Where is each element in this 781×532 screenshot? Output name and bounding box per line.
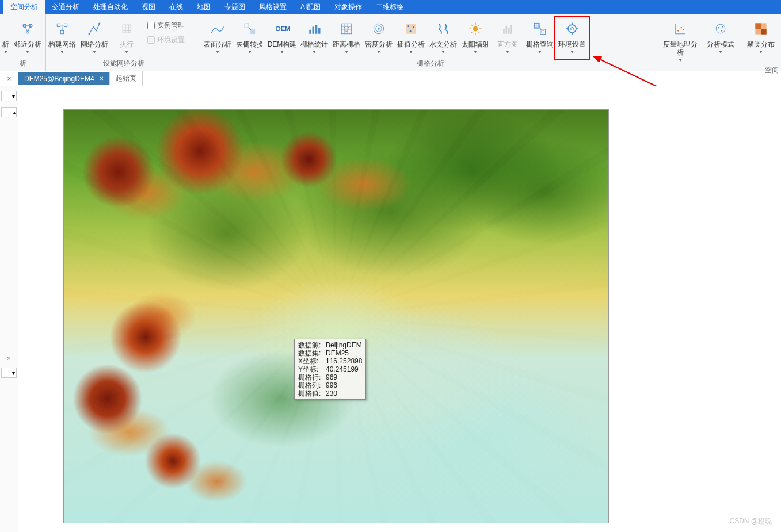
svg-rect-35 — [506, 26, 508, 34]
btn-surface-analysis[interactable]: 表面分析▾ — [201, 16, 234, 56]
svg-rect-9 — [245, 24, 249, 28]
map-viewport[interactable]: 数据源:BeijingDEM数据集:DEM25X坐标:116.252898Y坐标… — [18, 86, 781, 532]
menu-item-ai[interactable]: AI配图 — [294, 0, 327, 14]
left-panel-close-mid[interactable]: × — [0, 354, 18, 363]
info-row: 栅格列:996 — [298, 381, 362, 389]
menu-item-object[interactable]: 对象操作 — [327, 0, 369, 14]
left-panel-close-top[interactable]: × — [0, 75, 18, 83]
svg-rect-21 — [406, 24, 416, 34]
ribbon: 析 ▾ 邻近分析 ▾ 析 构建网络 ▾ 网络分析 ▾ — [0, 14, 781, 71]
svg-rect-12 — [309, 30, 311, 34]
group-label-4: 空间 — [660, 64, 781, 78]
left-spinner[interactable]: ▴ — [1, 107, 17, 117]
btn-raster-stats[interactable]: 栅格统计▾ — [298, 16, 330, 56]
svg-rect-56 — [761, 29, 767, 35]
svg-point-24 — [410, 30, 412, 32]
svg-line-31 — [478, 32, 479, 33]
info-row: Y坐标:40.245199 — [298, 365, 362, 373]
menu-item-thematic[interactable]: 专题图 — [218, 0, 252, 14]
histogram-icon — [498, 20, 517, 38]
tab-close-icon[interactable]: ✕ — [99, 75, 104, 82]
svg-point-48 — [680, 27, 682, 29]
menu-item-2d[interactable]: 二维标绘 — [369, 0, 410, 14]
svg-point-52 — [722, 26, 723, 28]
btn-solar-radiation[interactable]: 太阳辐射▾ — [459, 16, 492, 56]
info-row: 数据源:BeijingDEM — [298, 341, 362, 349]
svg-point-53 — [721, 30, 722, 32]
svg-rect-3 — [57, 24, 60, 26]
btn-env-settings[interactable]: 环境设置▾ — [556, 16, 588, 56]
svg-rect-37 — [510, 25, 512, 34]
menu-item-map[interactable]: 地图 — [190, 0, 218, 14]
raster-query-icon — [531, 20, 549, 38]
raster-stats-icon — [305, 20, 323, 38]
distance-raster-icon — [337, 20, 356, 38]
env-settings-icon — [563, 20, 581, 38]
btn-histogram: 直方图▾ — [492, 16, 524, 56]
svg-rect-36 — [508, 28, 510, 34]
svg-point-41 — [568, 25, 576, 33]
svg-rect-10 — [251, 30, 255, 34]
btn-proximity[interactable]: 邻近分析 ▾ — [12, 16, 44, 56]
info-row: 栅格值:230 — [298, 389, 362, 397]
analysis-mode-icon — [711, 20, 730, 38]
left-dropdown-1[interactable]: ▾ — [1, 91, 17, 101]
menu-item-traffic[interactable]: 交通分析 — [45, 0, 86, 14]
svg-point-22 — [407, 25, 409, 27]
execute-icon — [117, 20, 136, 38]
vector-raster-convert-icon — [241, 20, 259, 38]
surface-analysis-icon — [208, 20, 227, 38]
tab-dem25[interactable]: DEM25@BeijingDEM4 ✕ — [18, 72, 110, 85]
density-analysis-icon — [369, 20, 388, 38]
btn-raster-query[interactable]: 栅格查询▾ — [524, 16, 556, 56]
proximity-icon — [18, 20, 37, 38]
group-label-1: 析 — [0, 57, 45, 71]
btn-analysis-mode[interactable]: 分析模式▾ — [700, 16, 741, 56]
btn-build-network[interactable]: 构建网络 ▾ — [46, 16, 78, 56]
btn-execute: 执行 ▾ — [111, 16, 143, 56]
svg-point-50 — [716, 24, 725, 33]
svg-rect-5 — [60, 31, 63, 34]
svg-point-20 — [378, 28, 380, 30]
btn-hydrology[interactable]: 水文分析▾ — [427, 16, 459, 56]
btn-dem-build[interactable]: DEMDEM构建▾ — [266, 16, 298, 56]
svg-point-49 — [683, 29, 684, 30]
menu-item-view[interactable]: 视图 — [135, 0, 162, 14]
svg-text:DEM: DEM — [276, 25, 291, 32]
svg-point-47 — [677, 30, 679, 32]
btn-network-analysis[interactable]: 网络分析 ▾ — [78, 16, 111, 56]
svg-line-32 — [471, 32, 473, 33]
menu-item-online[interactable]: 在线 — [162, 0, 190, 14]
menu-item-automation[interactable]: 处理自动化 — [86, 0, 135, 14]
map-canvas[interactable]: 数据源:BeijingDEM数据集:DEM25X坐标:116.252898Y坐标… — [63, 109, 609, 523]
svg-rect-13 — [313, 27, 315, 34]
btn-density-analysis[interactable]: 密度分析▾ — [363, 16, 395, 56]
svg-point-25 — [473, 26, 478, 32]
menu-item-style[interactable]: 风格设置 — [252, 0, 294, 14]
solar-radiation-icon — [466, 20, 485, 38]
menu-item-spatial[interactable]: 空间分析 — [3, 0, 45, 14]
svg-rect-14 — [315, 25, 318, 34]
btn-cluster-distribution[interactable]: 聚类分布▾ — [741, 16, 781, 56]
btn-analysis-left[interactable]: 析 ▾ — [0, 16, 12, 56]
btn-measure-geo-analysis[interactable]: 度量地理分析▾ — [660, 16, 700, 64]
build-network-icon — [53, 20, 71, 38]
btn-interpolation[interactable]: 插值分析▾ — [395, 16, 427, 56]
svg-point-40 — [542, 30, 544, 33]
cluster-distribution-icon — [752, 20, 770, 38]
chk-env-settings: 环境设置 — [143, 32, 189, 46]
raster-query-result-tooltip: 数据源:BeijingDEM数据集:DEM25X坐标:116.252898Y坐标… — [294, 339, 366, 400]
svg-rect-15 — [318, 28, 321, 34]
chk-instance-manage[interactable]: 实例管理 — [143, 17, 189, 32]
tab-startpage[interactable]: 起始页 — [110, 71, 143, 86]
info-row: 栅格行:969 — [298, 373, 362, 381]
svg-point-23 — [413, 26, 414, 28]
svg-rect-4 — [64, 24, 67, 26]
dem-raster-layer — [64, 110, 608, 523]
menu-bar: 空间分析 交通分析 处理自动化 视图 在线 地图 专题图 风格设置 AI配图 对… — [0, 0, 781, 14]
hydrology-icon — [434, 20, 452, 38]
btn-distance-raster[interactable]: 距离栅格▾ — [330, 16, 363, 56]
left-dropdown-2[interactable]: ▾ — [1, 368, 17, 378]
btn-vector-raster-convert[interactable]: 矢栅转换▾ — [234, 16, 266, 56]
interpolation-icon — [402, 20, 420, 38]
